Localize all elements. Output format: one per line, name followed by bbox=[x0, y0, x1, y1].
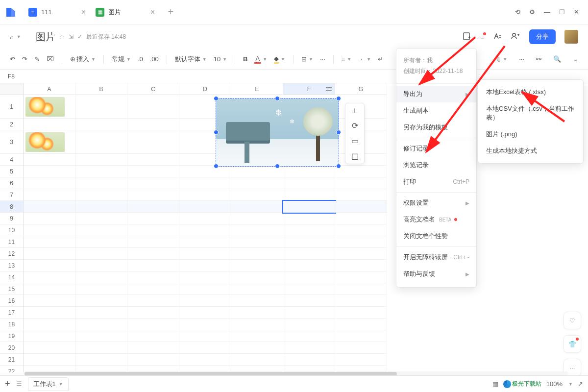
row-header[interactable]: 3 bbox=[0, 130, 24, 154]
decimal-dec-button[interactable]: .0 bbox=[136, 53, 145, 65]
submenu-png[interactable]: 图片 (.png) bbox=[478, 126, 583, 143]
link-button[interactable]: ⚯ bbox=[534, 53, 543, 65]
replace-icon[interactable]: ▭ bbox=[351, 136, 359, 146]
row-header[interactable]: 12 bbox=[0, 248, 24, 260]
valign-button[interactable]: ⫠▼ bbox=[356, 53, 373, 65]
row-header[interactable]: 14 bbox=[0, 271, 24, 283]
menu-highlight[interactable]: 高亮文档名BETA bbox=[396, 211, 476, 228]
tab-111[interactable]: ≡ 111 × bbox=[24, 0, 91, 24]
menu-browse[interactable]: 浏览记录 bbox=[396, 157, 476, 173]
col-header[interactable]: A bbox=[24, 83, 75, 95]
collaborators-icon[interactable] bbox=[511, 32, 520, 42]
redo-button[interactable]: ↷ bbox=[20, 53, 29, 65]
selected-image[interactable]: ❄❄❄ bbox=[216, 98, 339, 167]
expand-button[interactable]: ⌄ bbox=[571, 53, 580, 65]
col-header[interactable]: C bbox=[127, 83, 179, 95]
cell-reference[interactable]: F8 bbox=[8, 73, 27, 80]
rotate-icon[interactable]: ⟳ bbox=[352, 121, 358, 130]
zoom-value[interactable]: 100% bbox=[546, 380, 563, 388]
submenu-csv[interactable]: 本地CSV文件（.csv，当前工作表） bbox=[478, 100, 583, 126]
maximize-icon[interactable]: ☐ bbox=[559, 8, 565, 16]
menu-save-template[interactable]: 另存为我的模板 bbox=[396, 119, 476, 136]
fill-color-button[interactable]: ◆▼ bbox=[272, 53, 287, 66]
submenu-shortcut[interactable]: 生成本地快捷方式 bbox=[478, 143, 583, 159]
tab-image[interactable]: ▦ 图片 × bbox=[91, 0, 160, 24]
search-button[interactable]: 🔍 bbox=[551, 53, 563, 65]
col-header[interactable]: G bbox=[335, 83, 387, 95]
move-icon[interactable]: ⇲ bbox=[69, 33, 74, 40]
menu-print[interactable]: 打印Ctrl+P bbox=[396, 173, 476, 190]
row-header[interactable]: 7 bbox=[0, 189, 24, 201]
settings-icon[interactable]: ⚙ bbox=[529, 8, 535, 16]
sheet-tab[interactable]: 工作表1▼ bbox=[28, 377, 69, 391]
row-header[interactable]: 5 bbox=[0, 166, 24, 177]
chevron-down-icon[interactable]: ▼ bbox=[17, 34, 21, 39]
row-header[interactable]: 16 bbox=[0, 295, 24, 307]
insert-button[interactable]: ⊕ 插入▼ bbox=[68, 53, 98, 66]
col-header[interactable]: D bbox=[179, 83, 231, 95]
col-header[interactable]: F bbox=[283, 83, 335, 95]
row-header[interactable]: 8 bbox=[0, 201, 24, 213]
goto-icon[interactable]: ↗ bbox=[578, 380, 583, 388]
sheet-list-button[interactable]: ☰ bbox=[16, 380, 22, 388]
col-header[interactable]: B bbox=[75, 83, 127, 95]
home-icon[interactable]: ⌂ bbox=[10, 33, 14, 41]
font-select[interactable]: 默认字体▼ bbox=[173, 53, 209, 66]
new-doc-icon[interactable] bbox=[463, 32, 471, 42]
text-color-button[interactable]: A▼ bbox=[252, 53, 269, 66]
menu-icon[interactable]: ≡ bbox=[480, 33, 484, 41]
more-button[interactable]: ··· bbox=[318, 53, 327, 65]
format-select[interactable]: 常规▼ bbox=[110, 53, 133, 66]
position-icon[interactable]: ◫ bbox=[351, 151, 359, 161]
app-logo[interactable] bbox=[4, 5, 18, 19]
resize-handle[interactable] bbox=[214, 130, 219, 135]
col-header[interactable]: E bbox=[231, 83, 283, 95]
submenu-xlsx[interactable]: 本地Excel表格 (.xlsx) bbox=[478, 84, 583, 100]
row-header[interactable]: 9 bbox=[0, 213, 24, 224]
close-window-icon[interactable]: ✕ bbox=[574, 8, 579, 16]
sort-button[interactable]: ⇅▼ bbox=[493, 53, 509, 65]
wrap-button[interactable]: ↵ bbox=[376, 53, 385, 65]
menu-copy[interactable]: 生成副本 bbox=[396, 102, 476, 119]
clear-format-button[interactable]: ⌧ bbox=[45, 53, 56, 65]
align-button[interactable]: ≡▼ bbox=[340, 53, 354, 65]
text-style-icon[interactable] bbox=[493, 32, 502, 42]
row-header[interactable]: 1 bbox=[0, 95, 24, 119]
menu-help[interactable]: 帮助与反馈▶ bbox=[396, 266, 476, 282]
row-header[interactable]: 15 bbox=[0, 283, 24, 295]
menu-screen-reader[interactable]: 开启无障碍读屏Ctrl+~ bbox=[396, 249, 476, 266]
row-header[interactable]: 13 bbox=[0, 260, 24, 271]
row-header[interactable]: 19 bbox=[0, 330, 24, 342]
embedded-image[interactable] bbox=[25, 97, 65, 117]
menu-permission[interactable]: 权限设置▶ bbox=[396, 195, 476, 211]
grid-view-icon[interactable]: ▦ bbox=[492, 380, 498, 388]
row-header[interactable]: 20 bbox=[0, 342, 24, 354]
row-header[interactable]: 6 bbox=[0, 177, 24, 189]
add-tab-button[interactable]: + bbox=[165, 6, 176, 18]
close-icon[interactable]: × bbox=[150, 8, 155, 17]
resize-handle[interactable] bbox=[336, 130, 341, 135]
menu-revision[interactable]: 修订记录 bbox=[396, 140, 476, 157]
decimal-inc-button[interactable]: .00 bbox=[148, 53, 161, 65]
select-all-corner[interactable] bbox=[0, 83, 24, 95]
menu-close-like[interactable]: 关闭文档个性赞 bbox=[396, 228, 476, 245]
like-button[interactable]: ♡ bbox=[564, 312, 581, 329]
row-header[interactable]: 11 bbox=[0, 236, 24, 248]
row-header[interactable]: 17 bbox=[0, 307, 24, 318]
row-header[interactable]: 4 bbox=[0, 154, 24, 166]
embedded-image[interactable] bbox=[25, 132, 65, 152]
borders-button[interactable]: ⊞▼ bbox=[299, 53, 315, 65]
row-header[interactable]: 22 bbox=[0, 366, 24, 372]
minimize-icon[interactable]: — bbox=[544, 8, 550, 16]
resize-handle[interactable] bbox=[275, 96, 280, 101]
crop-icon[interactable]: ⟂ bbox=[352, 106, 357, 115]
resize-handle[interactable] bbox=[214, 164, 219, 169]
resize-handle[interactable] bbox=[275, 164, 280, 169]
avatar[interactable] bbox=[564, 30, 578, 44]
theme-button[interactable]: 👕 bbox=[564, 335, 581, 353]
resize-handle[interactable] bbox=[336, 164, 341, 169]
menu-export[interactable]: 导出为▶ bbox=[396, 86, 476, 102]
format-painter-button[interactable]: ✎ bbox=[32, 53, 42, 65]
row-header[interactable]: 21 bbox=[0, 354, 24, 366]
row-header[interactable]: 18 bbox=[0, 318, 24, 330]
